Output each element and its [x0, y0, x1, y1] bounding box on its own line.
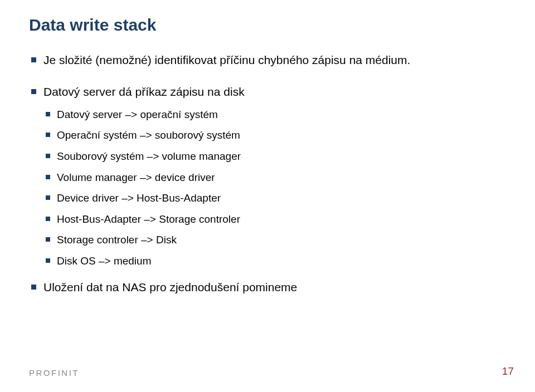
footer: PROFINIT 17	[29, 365, 514, 378]
sub-list: Datový server –> operační systém Operačn…	[43, 107, 506, 268]
list-item: Je složité (nemožné) identifikovat příči…	[29, 52, 506, 67]
sub-list-item: Souborový systém –> volume manager	[43, 149, 506, 164]
sub-list-item: Disk OS –> medium	[43, 254, 506, 268]
sub-text: Souborový systém –> volume manager	[57, 150, 241, 162]
sub-text: Device driver –> Host-Bus-Adapter	[57, 192, 221, 204]
page-number: 17	[502, 365, 514, 378]
sub-text: Operační systém –> souborový systém	[57, 129, 240, 141]
brand-logo: PROFINIT	[29, 368, 79, 378]
list-item-text: Je složité (nemožné) identifikovat příči…	[43, 53, 410, 66]
sub-list-item: Device driver –> Host-Bus-Adapter	[43, 191, 506, 205]
sub-list-item: Datový server –> operační systém	[43, 107, 506, 122]
main-list: Je složité (nemožné) identifikovat příči…	[29, 52, 506, 295]
list-item: Datový server dá příkaz zápisu na disk D…	[29, 84, 506, 268]
list-item-text: Datový server dá příkaz zápisu na disk	[43, 85, 245, 98]
sub-text: Datový server –> operační systém	[57, 109, 218, 120]
sub-text: Storage controler –> Disk	[57, 234, 177, 246]
sub-list-item: Volume manager –> device driver	[43, 170, 506, 185]
list-item-text: Uložení dat na NAS pro zjednodušení pomi…	[43, 281, 297, 293]
sub-list-item: Host-Bus-Adapter –> Storage controler	[43, 212, 506, 227]
slide-page: Data write stack Je složité (nemožné) id…	[0, 0, 535, 392]
list-item: Uložení dat na NAS pro zjednodušení pomi…	[29, 280, 506, 295]
sub-list-item: Operační systém –> souborový systém	[43, 128, 506, 143]
sub-list-item: Storage controler –> Disk	[43, 233, 506, 247]
sub-text: Host-Bus-Adapter –> Storage controler	[57, 213, 240, 225]
sub-text: Disk OS –> medium	[57, 255, 151, 267]
sub-text: Volume manager –> device driver	[57, 171, 215, 183]
page-title: Data write stack	[29, 16, 506, 35]
